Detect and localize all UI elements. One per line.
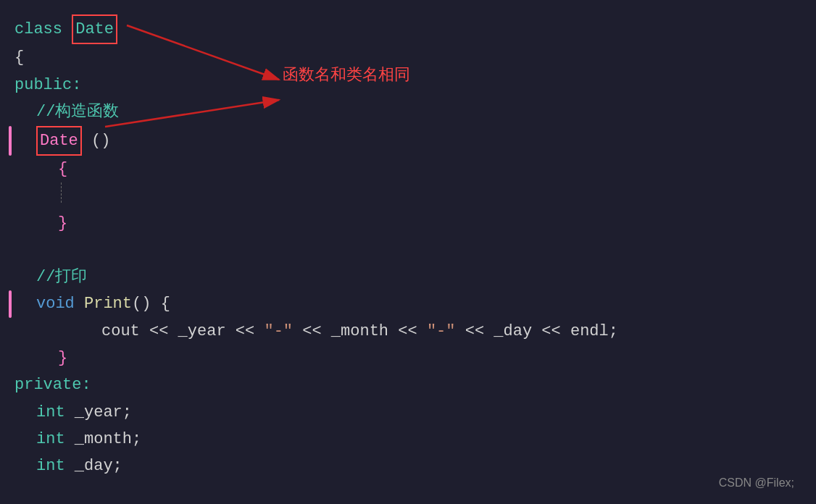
keyword-int-year: int	[36, 399, 75, 426]
close-brace2: }	[58, 345, 67, 371]
line-indicator-ctor	[9, 126, 12, 156]
keyword-void: void	[36, 290, 84, 317]
var-year: _year;	[75, 399, 132, 426]
code-line-open-brace2: {	[14, 156, 816, 182]
keyword-private: private:	[14, 371, 91, 398]
ctor-name-date: Date	[36, 126, 82, 156]
open-brace1: {	[14, 44, 24, 71]
code-line-close-brace2: }	[14, 345, 816, 371]
class-name-date: Date	[72, 14, 117, 44]
code-editor: class Date { public: //构造函数 Date () {	[0, 0, 816, 504]
code-line-comment-ctor: //构造函数	[14, 98, 816, 125]
code-line-date-ctor: Date ()	[14, 126, 816, 156]
comment-print: //打印	[36, 264, 87, 290]
code-line-comment-print: //打印	[14, 264, 816, 290]
code-line-empty3	[14, 252, 816, 264]
var-day: _day;	[75, 453, 122, 479]
code-line-int-year: int _year;	[14, 399, 816, 426]
open-brace2: {	[58, 156, 67, 182]
watermark: CSDN @Filex;	[719, 476, 794, 490]
var-month: _month;	[75, 426, 141, 453]
func-name-print: Print	[84, 290, 132, 317]
keyword-class: class	[14, 16, 72, 43]
code-line-int-day: int _day;	[14, 453, 816, 479]
comment-constructor: //构造函数	[36, 98, 119, 125]
func-params-print: () {	[132, 290, 170, 317]
keyword-int-day: int	[36, 453, 75, 479]
code-line-close-brace1: }	[14, 210, 816, 237]
cout-statement: cout << _year << "-" << _month << "-" <<…	[101, 318, 618, 345]
code-line-int-month: int _month;	[14, 426, 816, 453]
line-indicator-print	[9, 290, 12, 317]
close-brace1: }	[58, 210, 67, 237]
code-line-empty2	[14, 238, 816, 252]
code-line-open-brace1: {	[14, 44, 816, 71]
ctor-params: ()	[82, 127, 111, 154]
keyword-int-month: int	[36, 426, 75, 453]
keyword-public: public:	[14, 72, 81, 98]
annotation-text: 函数名和类名相同	[283, 64, 410, 85]
code-line-cout: cout << _year << "-" << _month << "-" <<…	[14, 318, 816, 345]
code-line-empty1	[14, 203, 816, 210]
code-line-class: class Date	[14, 14, 816, 44]
code-line-void-print: void Print() {	[14, 290, 816, 317]
code-line-private: private:	[14, 371, 816, 398]
code-line-vdash1	[14, 182, 816, 203]
vdash1	[61, 182, 62, 203]
code-line-public: public:	[14, 72, 816, 98]
